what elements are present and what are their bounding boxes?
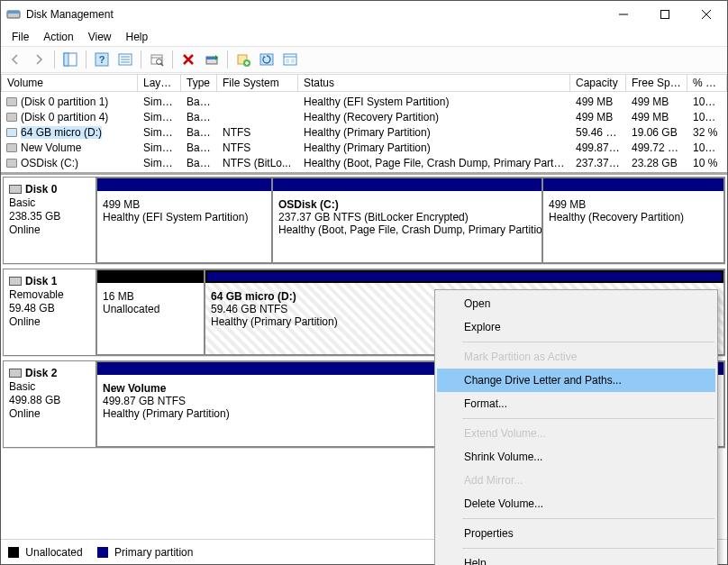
volume-list-header: Volume Layout Type File System Status Ca… [1,73,727,92]
format-button[interactable] [201,49,223,70]
context-menu-separator [462,548,714,549]
disk-info[interactable]: Disk 0Basic238.35 GBOnline [3,177,96,264]
context-menu-item: Add Mirror... [437,469,715,492]
context-menu-item[interactable]: Explore [437,315,715,339]
back-button[interactable] [5,49,26,70]
drive-icon [6,128,17,137]
header-volume[interactable]: Volume [1,74,138,92]
table-row[interactable]: (Disk 0 partition 4)SimpleBasicHealthy (… [1,109,727,124]
context-menu-item: Mark Partition as Active [437,345,715,369]
context-menu-item[interactable]: Properties [437,522,715,545]
disk-icon [9,369,22,378]
menubar: File Action View Help [1,28,727,46]
context-menu: OpenExploreMark Partition as ActiveChang… [434,289,718,565]
toolbar-separator [172,50,173,68]
svg-line-17 [161,64,164,67]
partition-band [543,178,723,191]
header-filesystem[interactable]: File System [217,74,298,92]
partition[interactable]: 499 MBHealthy (Recovery Partition) [542,178,724,263]
table-row[interactable]: New VolumeSimpleBasicNTFSHealthy (Primar… [1,140,727,155]
toolbar-separator [54,50,55,68]
toolbar-separator [227,50,228,68]
close-button[interactable] [686,1,727,28]
context-menu-item[interactable]: Format... [437,392,715,415]
refresh-button[interactable] [256,49,278,70]
legend-primary-label: Primary partition [114,546,193,559]
header-pfree[interactable]: % Free [687,74,727,92]
disk-icon [9,277,22,286]
legend-primary: Primary partition [97,546,194,559]
menu-file[interactable]: File [5,29,36,45]
menu-view[interactable]: View [81,29,119,45]
header-status[interactable]: Status [298,74,570,92]
partition-band [273,178,541,191]
svg-rect-25 [286,59,289,63]
context-menu-separator [462,518,714,519]
menu-help[interactable]: Help [119,29,156,45]
disk-icon [9,185,22,194]
partition-band [97,270,204,283]
partition[interactable]: OSDisk (C:)237.37 GB NTFS (BitLocker Enc… [272,178,542,263]
svg-text:?: ? [99,54,105,65]
context-menu-separator [462,418,714,419]
volume-list-body: (Disk 0 partition 1)SimpleBasicHealthy (… [1,92,727,172]
context-menu-item: Extend Volume... [437,422,715,445]
partition-band [97,178,271,191]
header-type[interactable]: Type [181,74,217,92]
disk-info[interactable]: Disk 2Basic499.88 GBOnline [3,360,96,448]
toolbar-separator [86,50,86,68]
drive-icon [6,113,17,122]
app-window: Disk Management File Action View Help [0,0,728,565]
toolbar: ? [1,46,727,73]
help-button[interactable]: ? [91,49,113,70]
show-hide-tree-button[interactable] [59,49,81,70]
partition[interactable]: 499 MBHealthy (EFI System Partition) [96,178,272,263]
disk-row: Disk 0Basic238.35 GBOnline499 MBHealthy … [3,177,725,265]
swatch-unallocated-icon [8,547,19,558]
context-menu-separator [462,342,714,342]
context-menu-item[interactable]: Delete Volume... [437,492,715,515]
toolbar-separator [141,50,141,68]
properties-button[interactable] [146,49,168,70]
partition-area: 499 MBHealthy (EFI System Partition)OSDi… [96,177,725,264]
volume-list: Volume Layout Type File System Status Ca… [1,73,727,172]
menu-action[interactable]: Action [36,29,80,45]
svg-rect-1 [7,11,20,14]
table-row[interactable]: 64 GB micro (D:)SimpleBasicNTFSHealthy (… [1,124,727,140]
context-menu-item[interactable]: Shrink Volume... [437,445,715,469]
header-free[interactable]: Free Space [626,74,687,92]
action-list-button[interactable] [114,49,136,70]
table-row[interactable]: OSDisk (C:)SimpleBasicNTFS (BitLo...Heal… [1,155,727,170]
context-menu-item[interactable]: Change Drive Letter and Paths... [437,369,715,392]
swatch-primary-icon [97,547,108,558]
app-icon [6,7,21,22]
partition-band [205,270,723,283]
new-volume-button[interactable] [232,49,254,70]
drive-icon [6,97,17,106]
svg-rect-26 [291,59,295,63]
svg-rect-7 [64,53,68,66]
drive-icon [6,143,17,152]
maximize-button[interactable] [644,1,686,28]
header-capacity[interactable]: Capacity [570,74,626,92]
delete-button[interactable] [177,49,199,70]
context-menu-item[interactable]: Help [437,551,715,565]
minimize-button[interactable] [603,1,644,28]
forward-button[interactable] [28,49,50,70]
titlebar: Disk Management [1,1,727,28]
legend-unallocated: Unallocated [8,546,83,559]
context-menu-item[interactable]: Open [437,292,715,315]
window-title: Disk Management [26,8,603,21]
drive-icon [6,159,17,168]
window-controls [603,1,727,28]
header-layout[interactable]: Layout [138,74,181,92]
svg-rect-3 [661,11,669,19]
table-row[interactable]: (Disk 0 partition 1)SimpleBasicHealthy (… [1,94,727,109]
partition[interactable]: 16 MBUnallocated [96,269,205,355]
settings-button[interactable] [279,49,301,70]
legend-unallocated-label: Unallocated [25,546,82,559]
disk-info[interactable]: Disk 1Removable59.48 GBOnline [3,269,96,356]
